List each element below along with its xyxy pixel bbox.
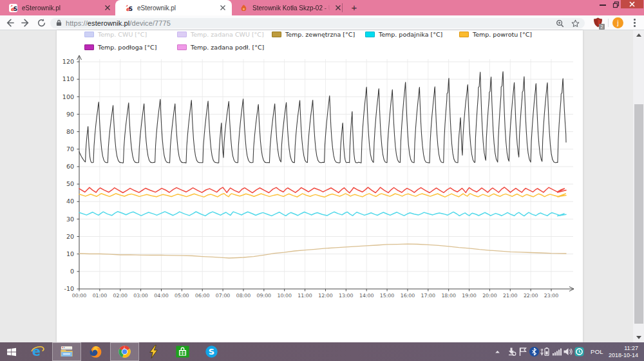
- x-tick-label: 14:00: [359, 293, 374, 299]
- bookmark-star-icon[interactable]: [571, 19, 580, 28]
- profile-avatar[interactable]: j: [612, 17, 623, 28]
- tab-title: eSterownik.pl: [137, 5, 216, 12]
- y-tick-label: -10: [64, 285, 74, 292]
- x-tick-label: 04:00: [154, 293, 169, 299]
- tray-usb-eject-icon[interactable]: [506, 346, 517, 357]
- scrollbar-thumb[interactable]: [634, 104, 643, 324]
- browser-tab-2[interactable]: eSeSterownik.pl: [115, 0, 232, 15]
- legend-item[interactable]: Temp. CWU [°C]: [84, 31, 147, 38]
- y-tick-label: 120: [62, 58, 74, 65]
- reload-icon: [37, 18, 46, 28]
- x-tick-label: 01:00: [93, 293, 108, 299]
- legend-item[interactable]: Temp. powrotu [°C]: [459, 31, 532, 38]
- taskbar-app-skype[interactable]: S: [197, 342, 226, 361]
- x-tick-label: 07:00: [216, 293, 231, 299]
- window-close-button[interactable]: [621, 0, 643, 8]
- close-icon: [104, 5, 111, 11]
- x-tick-label: 16:00: [401, 293, 415, 299]
- close-icon: [629, 1, 635, 7]
- series-temp-podajnika: [79, 212, 566, 216]
- x-tick-label: 20:00: [482, 293, 497, 299]
- tray-power-icon[interactable]: [540, 346, 551, 357]
- x-tick-label: 23:00: [544, 293, 559, 299]
- back-button[interactable]: [5, 18, 14, 28]
- forward-button[interactable]: [21, 18, 31, 28]
- legend-label: Temp. CWU [°C]: [98, 31, 147, 38]
- taskbar-app-firefox[interactable]: [81, 342, 110, 361]
- scrollbar-down-arrow[interactable]: [633, 333, 644, 342]
- tab-close-button[interactable]: [334, 3, 343, 12]
- x-tick-label: 15:00: [380, 293, 395, 299]
- reload-button[interactable]: [37, 18, 46, 28]
- taskbar-app-winamp[interactable]: [139, 342, 168, 361]
- browser-menu-button[interactable]: [630, 18, 639, 28]
- x-tick-label: 02:00: [113, 293, 128, 299]
- tray-bluetooth-icon[interactable]: [529, 346, 540, 357]
- x-tick-label: 22:00: [524, 293, 538, 299]
- chrome-icon: [117, 344, 132, 359]
- series-series-red: [79, 187, 566, 193]
- web-page-content: -10010203040506070809010011012000:0001:0…: [0, 30, 644, 342]
- address-bar[interactable]: https://esterownik.pl/device/7775: [50, 18, 585, 29]
- y-tick-label: 100: [62, 93, 74, 100]
- legend-swatch: [177, 44, 187, 50]
- legend-swatch: [177, 32, 187, 37]
- legend-item[interactable]: Temp. zewnętrzna [°C]: [272, 31, 355, 38]
- taskbar-app-chrome[interactable]: [110, 342, 139, 361]
- y-tick-label: 50: [66, 180, 74, 187]
- legend-item[interactable]: Temp. podajnika [°C]: [365, 31, 442, 38]
- legend-item[interactable]: Temp. podłoga [°C]: [84, 44, 156, 51]
- taskbar-app-file-explorer[interactable]: [52, 342, 81, 361]
- lock-icon: [56, 19, 62, 26]
- scrollbar-up-arrow[interactable]: [633, 30, 644, 40]
- tab-title: Sterownik Kotła Skzp-02 - Ustaw: [252, 5, 331, 12]
- browser-toolbar: https://esterownik.pl/device/7775 2 j: [0, 15, 644, 30]
- tray-action-center-flag-icon[interactable]: [517, 346, 528, 357]
- tray-clock-app-icon[interactable]: [574, 346, 585, 357]
- url-scheme: https://: [66, 19, 88, 27]
- esterownik-favicon: eS: [9, 4, 17, 12]
- chart-gridlines: [79, 59, 573, 289]
- legend-swatch: [365, 32, 375, 37]
- y-tick-label: 0: [70, 268, 74, 275]
- system-tray: [492, 346, 585, 357]
- flame-favicon: [240, 4, 248, 12]
- new-tab-button[interactable]: +: [346, 2, 363, 14]
- x-tick-label: 08:00: [236, 293, 251, 299]
- browser-tab-3[interactable]: Sterownik Kotła Skzp-02 - Ustaw: [231, 0, 347, 15]
- url-domain: esterownik.pl: [88, 19, 130, 27]
- skype-icon: S: [204, 344, 219, 359]
- browser-scrollbar[interactable]: [633, 30, 644, 342]
- x-tick-label: 11:00: [298, 293, 312, 299]
- taskbar-app-microsoft-store[interactable]: [168, 342, 197, 361]
- toolbar-separator: [608, 19, 609, 27]
- taskbar-app-list: eS: [23, 342, 226, 361]
- tray-volume-icon[interactable]: [562, 346, 573, 357]
- start-button[interactable]: [0, 342, 23, 361]
- svg-text:S: S: [14, 5, 17, 12]
- browser-tab-1[interactable]: eSeSterownik.pl: [0, 0, 117, 15]
- y-tick-label: 40: [66, 198, 74, 205]
- legend-item[interactable]: Temp. zadana podł. [°C]: [177, 44, 264, 51]
- taskbar-clock[interactable]: 11:272018-10-14: [609, 345, 638, 359]
- language-indicator[interactable]: POL: [591, 348, 603, 355]
- url-text: https://esterownik.pl/device/7775: [66, 19, 171, 27]
- x-tick-label: 17:00: [421, 293, 436, 299]
- page-zoom-icon[interactable]: [556, 19, 564, 28]
- y-tick-label: 10: [66, 250, 74, 257]
- window-minimize-button[interactable]: [598, 0, 609, 8]
- taskbar-app-internet-explorer[interactable]: e: [23, 342, 52, 361]
- tray-network-signal-icon[interactable]: [551, 346, 562, 357]
- x-tick-label: 06:00: [195, 293, 210, 299]
- winamp-icon: [146, 344, 161, 359]
- windows-taskbar: eS POL 11:272018-10-14: [0, 342, 644, 361]
- tray-hidden-icons-caret-icon[interactable]: [492, 346, 503, 357]
- tab-close-button[interactable]: [218, 3, 227, 12]
- legend-item[interactable]: Temp. zadana CWU [°C]: [177, 31, 264, 38]
- tab-close-button[interactable]: [103, 3, 112, 12]
- legend-swatch: [459, 32, 469, 37]
- legend-label: Temp. powrotu [°C]: [473, 31, 532, 38]
- x-tick-label: 19:00: [462, 293, 477, 299]
- y-tick-label: 90: [66, 111, 74, 118]
- y-tick-label: 60: [66, 163, 74, 170]
